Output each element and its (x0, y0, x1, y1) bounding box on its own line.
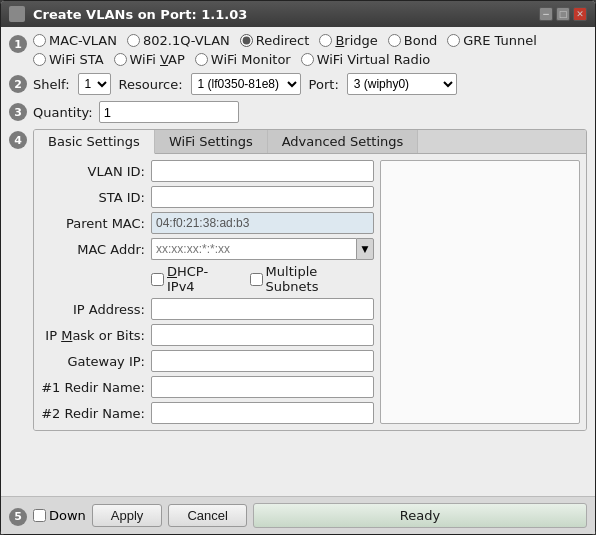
dhcp-ipv4-checkbox[interactable]: DHCP-IPv4 (151, 264, 236, 294)
cancel-button[interactable]: Cancel (168, 504, 246, 527)
down-label: Down (49, 508, 86, 523)
window-title: Create VLANs on Port: 1.1.03 (33, 7, 531, 22)
radio-8021q-vlan-input[interactable] (127, 34, 140, 47)
ip-mask-row: IP Mask or Bits: (40, 324, 374, 346)
radio-redirect-label: Redirect (256, 33, 310, 48)
mac-addr-input[interactable] (151, 238, 356, 260)
radio-bond-label: Bond (404, 33, 437, 48)
quantity-input[interactable] (99, 101, 239, 123)
tab-basic-settings[interactable]: Basic Settings (34, 130, 155, 154)
tabs-body: VLAN ID: STA ID: Parent MAC: (34, 154, 586, 430)
sta-id-row: STA ID: (40, 186, 374, 208)
radio-redirect[interactable]: Redirect (240, 33, 310, 48)
port-select[interactable]: 3 (wiphy0) (347, 73, 457, 95)
sta-id-label: STA ID: (40, 190, 145, 205)
dhcp-ipv4-input[interactable] (151, 273, 164, 286)
radio-mac-vlan[interactable]: MAC-VLAN (33, 33, 117, 48)
radio-8021q-vlan-label: 802.1Q-VLAN (143, 33, 230, 48)
titlebar-icon (9, 6, 25, 22)
port-label: Port: (309, 77, 339, 92)
radio-mac-vlan-input[interactable] (33, 34, 46, 47)
sta-id-input[interactable] (151, 186, 374, 208)
shelf-label: Shelf: (33, 77, 70, 92)
radio-wifi-vap-label: WiFi VAP (130, 52, 185, 67)
radio-gre-tunnel-label: GRE Tunnel (463, 33, 537, 48)
section-2-num: 2 (9, 75, 27, 93)
radio-wifi-sta-input[interactable] (33, 53, 46, 66)
parent-mac-label: Parent MAC: (40, 216, 145, 231)
ip-mask-input[interactable] (151, 324, 374, 346)
redir-name-1-input[interactable] (151, 376, 374, 398)
radio-wifi-virtual-radio[interactable]: WiFi Virtual Radio (301, 52, 431, 67)
section-3-num: 3 (9, 103, 27, 121)
vlan-type-group: MAC-VLAN 802.1Q-VLAN Redirect Bridge (33, 33, 587, 67)
section-1-row: 1 MAC-VLAN 802.1Q-VLAN Redirect (9, 33, 587, 67)
redir-name-1-label: #1 Redir Name: (40, 380, 145, 395)
section-3-row: 3 Quantity: (9, 101, 587, 123)
redir-name-2-input[interactable] (151, 402, 374, 424)
radio-gre-tunnel[interactable]: GRE Tunnel (447, 33, 537, 48)
radio-bond-input[interactable] (388, 34, 401, 47)
section-3-content: Quantity: (33, 101, 587, 123)
mac-addr-dropdown-btn[interactable]: ▼ (356, 238, 374, 260)
minimize-button[interactable]: − (539, 7, 553, 21)
shelf-select[interactable]: 1 (78, 73, 111, 95)
checkbox-row: DHCP-IPv4 Multiple Subnets (151, 264, 374, 294)
radio-bond[interactable]: Bond (388, 33, 437, 48)
gateway-ip-input[interactable] (151, 350, 374, 372)
radio-8021q-vlan[interactable]: 802.1Q-VLAN (127, 33, 230, 48)
mac-addr-field: ▼ (151, 238, 374, 260)
radio-redirect-input[interactable] (240, 34, 253, 47)
section-1-content: MAC-VLAN 802.1Q-VLAN Redirect Bridge (33, 33, 587, 67)
resource-select[interactable]: 1 (lf0350-81e8) (191, 73, 301, 95)
radio-gre-tunnel-input[interactable] (447, 34, 460, 47)
content-area: 1 MAC-VLAN 802.1Q-VLAN Redirect (1, 27, 595, 496)
right-info-panel (380, 160, 580, 424)
redir-name-1-row: #1 Redir Name: (40, 376, 374, 398)
tab-advanced-settings[interactable]: Advanced Settings (268, 130, 419, 153)
section-1-num: 1 (9, 35, 27, 53)
resource-label: Resource: (119, 77, 183, 92)
radio-wifi-monitor[interactable]: WiFi Monitor (195, 52, 291, 67)
section-2-row: 2 Shelf: 1 Resource: 1 (lf0350-81e8) Por… (9, 73, 587, 95)
vlan-id-label: VLAN ID: (40, 164, 145, 179)
radio-bridge-input[interactable] (319, 34, 332, 47)
multiple-subnets-input[interactable] (250, 273, 263, 286)
section-4-num: 4 (9, 131, 27, 149)
radio-wifi-vap-input[interactable] (114, 53, 127, 66)
radio-wifi-virtual-radio-label: WiFi Virtual Radio (317, 52, 431, 67)
radio-wifi-sta-label: WiFi STA (49, 52, 104, 67)
radio-bridge[interactable]: Bridge (319, 33, 377, 48)
ip-address-input[interactable] (151, 298, 374, 320)
radio-wifi-monitor-label: WiFi Monitor (211, 52, 291, 67)
radio-mac-vlan-label: MAC-VLAN (49, 33, 117, 48)
mac-addr-label: MAC Addr: (40, 242, 145, 257)
mac-addr-row: MAC Addr: ▼ (40, 238, 374, 260)
close-button[interactable]: ✕ (573, 7, 587, 21)
redir-name-2-label: #2 Redir Name: (40, 406, 145, 421)
radio-bridge-label: Bridge (335, 33, 377, 48)
tabs-header: Basic Settings WiFi Settings Advanced Se… (34, 130, 586, 154)
section-4-row: 4 Basic Settings WiFi Settings Advanced … (9, 129, 587, 484)
radio-wifi-sta[interactable]: WiFi STA (33, 52, 104, 67)
vlan-id-row: VLAN ID: (40, 160, 374, 182)
maximize-button[interactable]: □ (556, 7, 570, 21)
radio-wifi-vap[interactable]: WiFi VAP (114, 52, 185, 67)
down-checkbox[interactable]: Down (33, 508, 86, 523)
multiple-subnets-checkbox[interactable]: Multiple Subnets (250, 264, 374, 294)
apply-button[interactable]: Apply (92, 504, 163, 527)
down-checkbox-input[interactable] (33, 509, 46, 522)
quantity-row: Quantity: (33, 101, 587, 123)
radio-wifi-monitor-input[interactable] (195, 53, 208, 66)
quantity-label: Quantity: (33, 105, 93, 120)
vlan-id-input[interactable] (151, 160, 374, 182)
shelf-resource-port-row: Shelf: 1 Resource: 1 (lf0350-81e8) Port:… (33, 73, 587, 95)
section-5-num: 5 (9, 508, 27, 526)
titlebar-buttons: − □ ✕ (539, 7, 587, 21)
tabs-container: Basic Settings WiFi Settings Advanced Se… (33, 129, 587, 431)
section-2-content: Shelf: 1 Resource: 1 (lf0350-81e8) Port:… (33, 73, 587, 95)
ip-address-row: IP Address: (40, 298, 374, 320)
tab-wifi-settings[interactable]: WiFi Settings (155, 130, 268, 153)
redir-name-2-row: #2 Redir Name: (40, 402, 374, 424)
radio-wifi-virtual-radio-input[interactable] (301, 53, 314, 66)
